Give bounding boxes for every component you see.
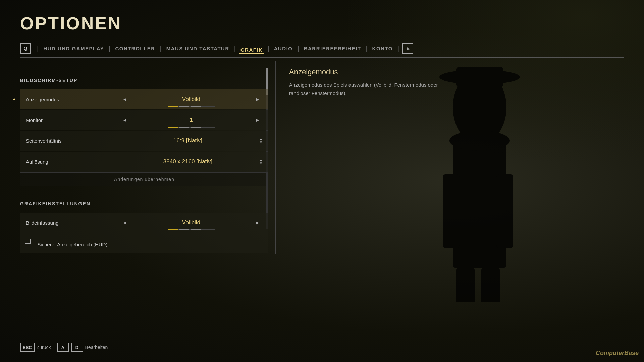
seitenverhaeltnis-arrows[interactable]: ▲ ▼ <box>259 137 263 144</box>
bildeinfassung-right-arrow[interactable]: ► <box>253 219 263 227</box>
monitor-pip-2 <box>179 127 189 128</box>
sicherer-label: Sicherer Anzeigebereich (HUD) <box>26 240 120 247</box>
aufloesung-down-arrow: ▼ <box>259 162 263 165</box>
aufloesung-arrows[interactable]: ▲ ▼ <box>259 158 263 165</box>
bildeinfassung-value: Vollbild <box>133 219 249 226</box>
nav-sep-4: | <box>234 45 236 52</box>
aufloesung-control: 3840 x 2160 [Nativ] ▲ ▼ <box>120 158 263 165</box>
bf-pip-3 <box>191 229 201 230</box>
bf-pip-2 <box>179 229 189 230</box>
left-key[interactable]: Q <box>20 43 31 54</box>
monitor-label: Monitor <box>26 117 120 123</box>
pip-2 <box>179 106 189 107</box>
tab-grafik[interactable]: GRAFIK <box>239 46 264 54</box>
main-content: OPTIONEN Q | HUD UND GAMEPLAY | CONTROLL… <box>0 0 644 254</box>
bildeinfassung-control: ◄ Vollbild ► <box>120 219 263 227</box>
tab-konto[interactable]: KONTO <box>371 45 394 52</box>
anzeigemodus-value: Vollbild <box>133 96 249 103</box>
monitor-slider <box>114 126 268 128</box>
nav-sep-2: | <box>109 45 110 52</box>
anzeigemodus-left-arrow[interactable]: ◄ <box>120 95 130 103</box>
right-panel: Anzeigemodus Anzeigemodus des Spiels aus… <box>276 61 443 254</box>
monitor-control: ◄ 1 ► <box>120 116 263 124</box>
anzeigemodus-slider <box>114 106 268 107</box>
nav-sep-5: | <box>267 45 269 52</box>
d-key: D <box>71 343 83 352</box>
svg-rect-5 <box>456 268 475 302</box>
anzeigemodus-right-arrow[interactable]: ► <box>253 95 263 103</box>
watermark-text: ComputerBase <box>596 350 639 356</box>
aufloesung-value: 3840 x 2160 [Nativ] <box>120 158 256 165</box>
tab-barrierefreiheit[interactable]: BARRIEREFREIHEIT <box>303 45 363 52</box>
navigation-bar: Q | HUD UND GAMEPLAY | CONTROLLER | MAUS… <box>20 43 624 58</box>
description-text: Anzeigemodus des Spiels auswählen (Vollb… <box>289 81 443 97</box>
anzeigemodus-label: Anzeigemodus <box>26 97 120 102</box>
seitenverhaeltnis-control: 16:9 [Nativ] ▲ ▼ <box>120 137 263 144</box>
page-title: OPTIONEN <box>20 13 624 34</box>
apply-row: Änderungen übernehmen <box>20 172 268 186</box>
monitor-pip-1 <box>168 127 178 128</box>
description-title: Anzeigemodus <box>289 68 443 76</box>
section-divider <box>20 191 268 191</box>
edit-label: Bearbeiten <box>85 345 108 350</box>
bildeinfassung-label: Bildeinfassung <box>26 220 120 226</box>
nav-sep-8: | <box>397 45 399 52</box>
down-arrow: ▼ <box>259 141 263 144</box>
left-panel: BILDSCHIRM-SETUP Anzeigemodus ◄ Vollbild… <box>20 61 275 254</box>
bildschirm-header: BILDSCHIRM-SETUP <box>20 78 268 83</box>
grafik-header: GRAFIKEINSTELLUNGEN <box>20 201 268 206</box>
tab-audio[interactable]: AUDIO <box>273 45 294 52</box>
aufloesung-label: Auflösung <box>26 159 120 165</box>
svg-rect-6 <box>481 268 500 302</box>
monitor-value: 1 <box>133 117 249 123</box>
seitenverhaeltnis-label: Seitenverhältnis <box>26 138 120 144</box>
a-key: A <box>57 343 69 352</box>
setting-anzeigemodus[interactable]: Anzeigemodus ◄ Vollbild ► <box>20 89 268 109</box>
apply-button[interactable]: Änderungen übernehmen <box>114 177 174 182</box>
back-label: Zurück <box>37 345 51 350</box>
monitor-right-arrow[interactable]: ► <box>253 116 263 124</box>
nav-sep-1: | <box>37 45 39 52</box>
setting-aufloesung[interactable]: Auflösung 3840 x 2160 [Nativ] ▲ ▼ <box>20 152 268 172</box>
bildeinfassung-slider <box>114 229 268 230</box>
anzeigemodus-control: ◄ Vollbild ► <box>120 95 263 103</box>
monitor-left-arrow[interactable]: ◄ <box>120 116 130 124</box>
setting-monitor[interactable]: Monitor ◄ 1 ► <box>20 110 268 130</box>
bottom-bar: ESC Zurück A D Bearbeiten <box>20 343 112 352</box>
tab-controller[interactable]: CONTROLLER <box>114 45 156 52</box>
pip-3 <box>191 106 201 107</box>
main-layout: BILDSCHIRM-SETUP Anzeigemodus ◄ Vollbild… <box>20 61 624 254</box>
setting-seitenverhaeltnis[interactable]: Seitenverhältnis 16:9 [Nativ] ▲ ▼ <box>20 131 268 151</box>
pip-1 <box>168 106 178 107</box>
setting-bildeinfassung[interactable]: Bildeinfassung ◄ Vollbild ► <box>20 213 268 233</box>
nav-sep-6: | <box>297 45 299 52</box>
seitenverhaeltnis-value: 16:9 [Nativ] <box>120 137 256 144</box>
nav-sep-7: | <box>366 45 367 52</box>
tab-hud-gameplay[interactable]: HUD UND GAMEPLAY <box>42 45 105 52</box>
esc-key: ESC <box>20 343 35 352</box>
watermark: ComputerBase <box>596 350 639 357</box>
right-key[interactable]: E <box>402 43 413 54</box>
bildeinfassung-left-arrow[interactable]: ◄ <box>120 219 130 227</box>
hud-icon <box>26 240 33 246</box>
monitor-pip-3 <box>191 127 201 128</box>
bf-pip-1 <box>168 229 178 230</box>
tab-maus-tastatur[interactable]: MAUS UND TASTATUR <box>165 45 231 52</box>
setting-sicherer-bereich[interactable]: Sicherer Anzeigebereich (HUD) <box>20 233 268 253</box>
nav-sep-3: | <box>160 45 162 52</box>
